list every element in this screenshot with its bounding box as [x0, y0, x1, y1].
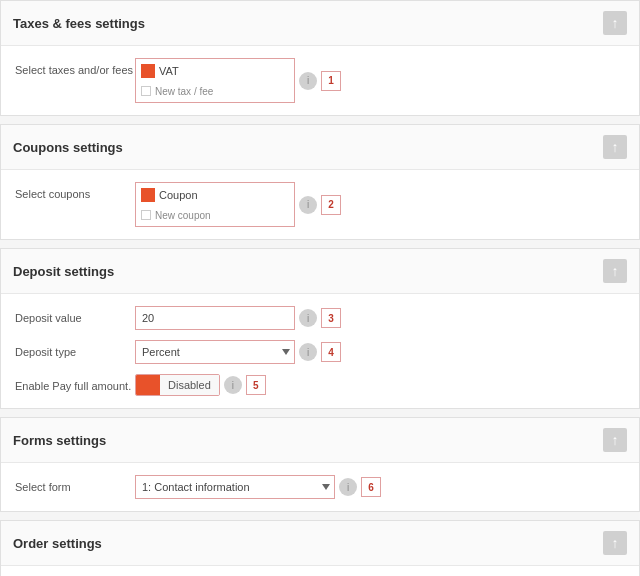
taxes-section-title: Taxes & fees settings [13, 16, 145, 31]
vat-tag-label: VAT [159, 65, 179, 77]
coupon-tag-color [141, 188, 155, 202]
select-form-label: Select form [15, 475, 135, 495]
order-upload-button[interactable]: ↑ [603, 531, 627, 555]
deposit-value-control: i 3 [135, 306, 625, 330]
deposit-type-info-icon[interactable]: i [299, 343, 317, 361]
deposit-section: Deposit settings ↑ Deposit value i 3 Dep… [0, 248, 640, 409]
coupons-section: Coupons settings ↑ Select coupons Coupon… [0, 124, 640, 240]
deposit-type-select[interactable]: Percent Fixed [135, 340, 295, 364]
coupons-info-icon[interactable]: i [299, 196, 317, 214]
taxes-section-body: Select taxes and/or fees VAT New tax / f… [1, 46, 639, 115]
deposit-value-info-icon[interactable]: i [299, 309, 317, 327]
coupons-field-label: Select coupons [15, 182, 135, 202]
coupon-tag-item: Coupon [141, 186, 289, 204]
taxes-new-checkbox[interactable] [141, 86, 151, 96]
coupons-section-header: Coupons settings ↑ [1, 125, 639, 170]
order-section-header: Order settings ↑ [1, 521, 639, 566]
coupons-upload-button[interactable]: ↑ [603, 135, 627, 159]
deposit-type-control: Percent Fixed i 4 [135, 340, 625, 364]
taxes-info-icon[interactable]: i [299, 72, 317, 90]
page-wrapper: Taxes & fees settings ↑ Select taxes and… [0, 0, 640, 576]
deposit-section-header: Deposit settings ↑ [1, 249, 639, 294]
forms-section-title: Forms settings [13, 433, 106, 448]
coupons-tag-container[interactable]: Coupon New coupon [135, 182, 295, 227]
taxes-badge: 1 [321, 71, 341, 91]
deposit-type-label: Deposit type [15, 340, 135, 360]
order-section-title: Order settings [13, 536, 102, 551]
vat-tag-item: VAT [141, 62, 289, 80]
taxes-section: Taxes & fees settings ↑ Select taxes and… [0, 0, 640, 116]
taxes-section-header: Taxes & fees settings ↑ [1, 1, 639, 46]
deposit-pay-full-toggle-text: Disabled [160, 374, 219, 396]
order-section: Order settings ↑ Enable Terms & Conditio… [0, 520, 640, 576]
order-section-body: Enable Terms & Conditions Disabled i 7 T… [1, 566, 639, 576]
forms-section-body: Select form 1: Contact information i 6 [1, 463, 639, 511]
coupons-new-checkbox[interactable] [141, 210, 151, 220]
deposit-pay-full-row: Enable Pay full amount. Disabled i 5 [15, 374, 625, 396]
deposit-value-input[interactable] [135, 306, 295, 330]
deposit-value-label: Deposit value [15, 306, 135, 326]
deposit-pay-full-toggle-red [136, 374, 160, 396]
deposit-type-row: Deposit type Percent Fixed i 4 [15, 340, 625, 364]
select-form-select[interactable]: 1: Contact information [135, 475, 335, 499]
deposit-value-row: Deposit value i 3 [15, 306, 625, 330]
taxes-new-label: New tax / fee [155, 86, 213, 97]
deposit-section-title: Deposit settings [13, 264, 114, 279]
forms-upload-button[interactable]: ↑ [603, 428, 627, 452]
taxes-tag-container[interactable]: VAT New tax / fee [135, 58, 295, 103]
deposit-upload-button[interactable]: ↑ [603, 259, 627, 283]
select-form-control: 1: Contact information i 6 [135, 475, 625, 499]
vat-tag-color [141, 64, 155, 78]
forms-section: Forms settings ↑ Select form 1: Contact … [0, 417, 640, 512]
coupons-field-row: Select coupons Coupon New coupon i 2 [15, 182, 625, 227]
taxes-tag-new: New tax / fee [141, 83, 289, 99]
select-form-info-icon[interactable]: i [339, 478, 357, 496]
deposit-type-badge: 4 [321, 342, 341, 362]
deposit-pay-full-badge: 5 [246, 375, 266, 395]
coupon-tag-label: Coupon [159, 189, 198, 201]
taxes-field-label: Select taxes and/or fees [15, 58, 135, 78]
deposit-section-body: Deposit value i 3 Deposit type Percent F… [1, 294, 639, 408]
coupons-tag-new: New coupon [141, 207, 289, 223]
taxes-field-control: VAT New tax / fee i 1 [135, 58, 625, 103]
deposit-value-badge: 3 [321, 308, 341, 328]
select-form-badge: 6 [361, 477, 381, 497]
select-form-row: Select form 1: Contact information i 6 [15, 475, 625, 499]
deposit-pay-full-toggle[interactable]: Disabled [135, 374, 220, 396]
coupons-field-control: Coupon New coupon i 2 [135, 182, 625, 227]
taxes-upload-button[interactable]: ↑ [603, 11, 627, 35]
deposit-pay-full-control: Disabled i 5 [135, 374, 625, 396]
coupons-new-label: New coupon [155, 210, 211, 221]
coupons-badge: 2 [321, 195, 341, 215]
forms-section-header: Forms settings ↑ [1, 418, 639, 463]
deposit-pay-full-label: Enable Pay full amount. [15, 374, 135, 394]
coupons-section-body: Select coupons Coupon New coupon i 2 [1, 170, 639, 239]
taxes-field-row: Select taxes and/or fees VAT New tax / f… [15, 58, 625, 103]
deposit-pay-full-info-icon[interactable]: i [224, 376, 242, 394]
coupons-section-title: Coupons settings [13, 140, 123, 155]
